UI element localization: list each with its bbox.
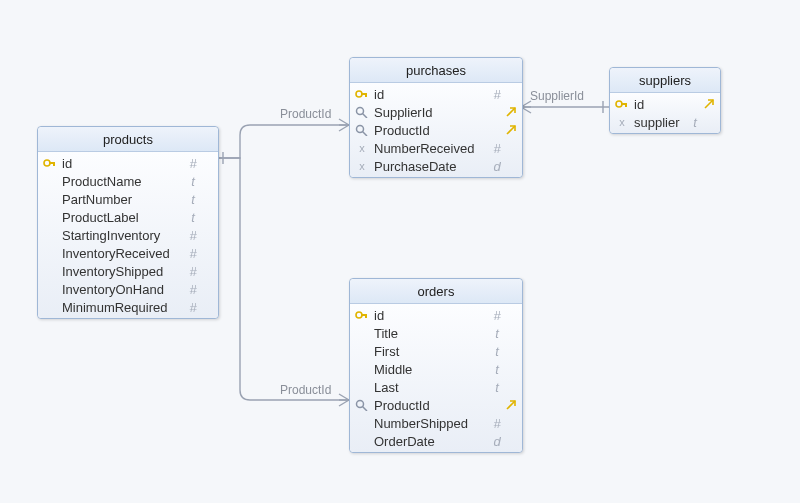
column-name: SupplierId [370,105,490,120]
column-type: d [490,159,504,174]
entity-purchases[interactable]: purchases id#SupplierIdProductIdxNumberR… [349,57,523,178]
entity-header: purchases [350,58,522,83]
column-name: MinimumRequired [58,300,186,315]
column-row[interactable]: InventoryReceived# [38,244,218,262]
svg-line-11 [363,114,368,119]
column-type: t [186,210,200,225]
column-name: ProductId [370,123,490,138]
column-type: # [186,246,200,261]
column-name: Title [370,326,490,341]
column-row[interactable]: Titlet [350,324,522,342]
column-row[interactable]: xPurchaseDated [350,157,522,175]
entity-header: suppliers [610,68,720,93]
column-type: t [490,362,504,377]
column-row[interactable]: SupplierId [350,103,522,121]
column-row[interactable]: Firstt [350,342,522,360]
column-type: t [490,326,504,341]
column-type: # [186,264,200,279]
column-type: # [186,156,200,171]
column-name: InventoryShipped [58,264,186,279]
er-canvas: ProductId ProductId SupplierId products … [0,0,800,503]
column-row[interactable]: OrderDated [350,432,522,450]
column-icon [354,106,370,118]
entity-orders[interactable]: orders id#TitletFirsttMiddletLasttProduc… [349,278,523,453]
relation-label: SupplierId [530,89,584,103]
svg-rect-18 [365,314,367,318]
column-row[interactable]: xNumberReceived# [350,139,522,157]
column-name: First [370,344,490,359]
column-name: NumberReceived [370,141,490,156]
column-name: Middle [370,362,490,377]
column-row[interactable]: id# [350,306,522,324]
column-name: PartNumber [58,192,186,207]
entity-suppliers[interactable]: suppliers idxsuppliert [609,67,721,134]
svg-line-25 [705,100,713,108]
column-name: Last [370,380,490,395]
entity-body: id#ProductNametPartNumbertProductLabeltS… [38,152,218,318]
column-type: # [490,416,504,431]
column-icon [354,309,370,321]
svg-point-10 [357,108,364,115]
entity-body: id#SupplierIdProductIdxNumberReceived#xP… [350,83,522,177]
column-fk-icon [504,124,518,136]
svg-line-21 [507,401,515,409]
column-name: NumberShipped [370,416,490,431]
column-row[interactable]: id [610,95,720,113]
column-type: t [688,115,702,130]
column-row[interactable]: InventoryOnHand# [38,280,218,298]
column-row[interactable]: id# [350,85,522,103]
column-name: id [630,97,688,112]
column-icon [42,157,58,169]
column-name: OrderDate [370,434,490,449]
svg-line-14 [363,132,368,137]
column-type: t [186,192,200,207]
column-name: ProductName [58,174,186,189]
column-row[interactable]: ProductLabelt [38,208,218,226]
column-row[interactable]: id# [38,154,218,172]
column-type: d [490,434,504,449]
column-icon [354,124,370,136]
column-type: # [490,87,504,102]
column-name: InventoryReceived [58,246,186,261]
column-type: # [186,300,200,315]
column-row[interactable]: PartNumbert [38,190,218,208]
svg-rect-24 [625,103,627,107]
column-row[interactable]: xsuppliert [610,113,720,131]
svg-rect-6 [53,162,55,166]
column-name: id [58,156,186,171]
entity-products[interactable]: products id#ProductNametPartNumbertProdu… [37,126,219,319]
entity-header: orders [350,279,522,304]
column-row[interactable]: MinimumRequired# [38,298,218,316]
entity-body: id#TitletFirsttMiddletLasttProductIdNumb… [350,304,522,452]
column-type: # [186,282,200,297]
svg-rect-9 [365,93,367,97]
column-row[interactable]: NumberShipped# [350,414,522,432]
column-fk-icon [702,98,716,110]
column-icon: x [354,161,370,172]
svg-line-20 [363,407,368,412]
column-type: # [186,228,200,243]
column-row[interactable]: Middlet [350,360,522,378]
column-row[interactable]: InventoryShipped# [38,262,218,280]
column-row[interactable]: ProductId [350,396,522,414]
column-row[interactable]: ProductNamet [38,172,218,190]
column-row[interactable]: ProductId [350,121,522,139]
column-type: # [490,141,504,156]
column-row[interactable]: StartingInventory# [38,226,218,244]
column-name: PurchaseDate [370,159,490,174]
svg-line-12 [507,108,515,116]
column-row[interactable]: Lastt [350,378,522,396]
column-fk-icon [504,399,518,411]
column-icon [354,399,370,411]
column-name: id [370,87,490,102]
column-type: t [490,344,504,359]
column-icon [354,88,370,100]
column-icon: x [354,143,370,154]
column-icon [614,98,630,110]
svg-line-15 [507,126,515,134]
svg-point-19 [357,401,364,408]
column-name: InventoryOnHand [58,282,186,297]
column-fk-icon [504,106,518,118]
column-name: ProductLabel [58,210,186,225]
column-type: t [186,174,200,189]
